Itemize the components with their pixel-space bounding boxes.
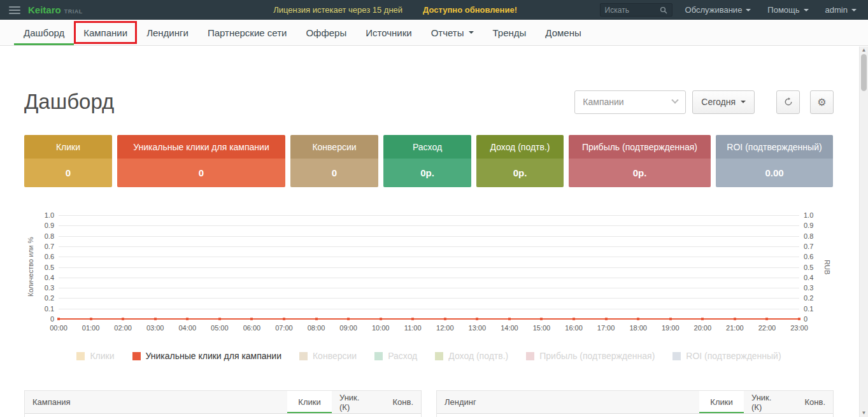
date-range-label: Сегодня: [701, 97, 736, 107]
menu-maintenance[interactable]: Обслуживание: [685, 5, 751, 15]
nav-item-6[interactable]: Источники: [356, 20, 421, 45]
hamburger-menu-icon[interactable]: [9, 6, 20, 14]
legend-swatch: [299, 352, 308, 360]
nav-item-3[interactable]: Лендинги: [137, 20, 198, 45]
chart-y-tick: 0.6: [45, 253, 54, 260]
chart-y-tick: 0: [50, 315, 54, 323]
content: Дашборд Кампании Сегодня ⚙ Клики0Уникаль…: [0, 88, 868, 417]
search-box[interactable]: [600, 3, 672, 17]
chart-y-tick: 0.4: [45, 274, 54, 281]
nav-item-8[interactable]: Тренды: [483, 20, 536, 45]
menu-maintenance-label: Обслуживание: [685, 5, 743, 15]
chart-y-tick: 0.5: [45, 264, 54, 271]
metric-card-value: 0р.: [569, 159, 711, 187]
legend-item-6[interactable]: Прибыль (подтвержденная): [526, 351, 655, 361]
metric-card-5: Доход (подтв.)0р.: [476, 135, 564, 187]
chart-y-tick: 0.9: [804, 222, 813, 229]
metric-card-label: Конверсии: [290, 135, 378, 159]
scroll-up-arrow[interactable]: ▲: [860, 47, 868, 53]
chart-y-tick: 0.9: [45, 222, 54, 229]
nav-item-7[interactable]: Отчеты: [422, 20, 483, 45]
legend-item-3[interactable]: Конверсии: [299, 351, 357, 361]
chart-y-tick: 0.4: [804, 274, 813, 281]
column-header[interactable]: Клики: [699, 391, 744, 413]
legend-swatch: [435, 352, 443, 360]
refresh-icon: [784, 97, 793, 106]
chart-y-tick: 0.7: [804, 243, 813, 250]
search-input[interactable]: [605, 6, 660, 15]
menu-user-label: admin: [825, 5, 848, 15]
table-body: [25, 414, 421, 417]
legend-label: Уникальные клики для кампании: [146, 351, 281, 361]
refresh-button[interactable]: [776, 90, 800, 114]
column-header[interactable]: Кампания: [25, 391, 287, 413]
chart-y-tick: 0.2: [45, 294, 54, 302]
legend-label: Клики: [90, 351, 114, 361]
legend-item-1[interactable]: Клики: [76, 351, 114, 361]
column-header[interactable]: Клики: [287, 391, 332, 413]
menu-help-label: Помощь: [767, 5, 799, 15]
license-warning[interactable]: Лицензия истекает через 15 дней: [273, 5, 402, 15]
legend-item-4[interactable]: Расход: [374, 351, 417, 361]
column-header[interactable]: Лендинг: [437, 391, 699, 413]
chart-x-tick: 06:00: [243, 324, 261, 332]
summary-table-1: КампанияКликиУник. (К)Конв.: [24, 390, 422, 417]
brand[interactable]: Keitaro TRIAL: [28, 4, 83, 15]
chart-y-tick: 0.2: [804, 294, 813, 302]
gear-icon: ⚙: [817, 96, 826, 108]
column-header[interactable]: Конв.: [376, 391, 421, 413]
legend-label: Доход (подтв.): [448, 351, 508, 361]
chart-y-tick: 0.1: [804, 305, 813, 313]
nav-item-label: Отчеты: [431, 27, 464, 38]
update-notice[interactable]: Доступно обновление!: [423, 5, 517, 15]
nav-item-9[interactable]: Домены: [536, 20, 590, 45]
scroll-thumb[interactable]: [861, 54, 867, 91]
chart-x-tick: 07:00: [275, 324, 293, 332]
grouping-select[interactable]: Кампании: [574, 90, 686, 114]
table-header-row: ЛендингКликиУник. (К)Конв.: [437, 391, 833, 414]
chart-y-tick: 0.7: [45, 243, 54, 250]
topbar: Keitaro TRIAL Лицензия истекает через 15…: [0, 0, 868, 20]
metric-card-label: ROI (подтвержденный): [716, 135, 833, 159]
chart-x-tick: 09:00: [339, 324, 357, 332]
nav-item-4[interactable]: Партнерские сети: [198, 20, 297, 45]
nav-item-5[interactable]: Офферы: [296, 20, 356, 45]
chevron-down-icon: [804, 9, 809, 11]
menu-help[interactable]: Помощь: [767, 5, 808, 15]
chart-legend: КликиУникальные клики для кампанииКонвер…: [24, 351, 834, 361]
legend-label: ROI (подтвержденный): [686, 351, 781, 361]
chart-y-tick: 0.6: [804, 253, 813, 260]
date-range-button[interactable]: Сегодня: [692, 90, 755, 114]
legend-item-5[interactable]: Доход (подтв.): [435, 351, 508, 361]
summary-tables: КампанияКликиУник. (К)Конв.ЛендингКликиУ…: [24, 390, 834, 417]
legend-item-7[interactable]: ROI (подтвержденный): [672, 351, 781, 361]
chart-x-labels: 00:0001:0002:0003:0004:0005:0006:0007:00…: [59, 319, 799, 334]
nav-item-2[interactable]: Кампании: [74, 21, 137, 44]
chart: Количество или % 1.00.90.80.70.60.50.40.…: [24, 215, 834, 334]
chart-gridline: [59, 267, 799, 268]
nav-item-label: Дашборд: [24, 27, 64, 38]
chart-x-tick: 21:00: [726, 324, 744, 332]
table-body: [437, 414, 833, 417]
chart-x-tick: 16:00: [565, 324, 583, 332]
legend-item-2[interactable]: Уникальные клики для кампании: [132, 351, 281, 361]
chart-x-tick: 10:00: [372, 324, 390, 332]
nav-item-label: Кампании: [83, 27, 127, 38]
nav-item-label: Источники: [366, 27, 411, 38]
scroll-down-arrow[interactable]: ▼: [860, 410, 868, 416]
menu-user[interactable]: admin: [825, 5, 857, 15]
chart-x-tick: 12:00: [436, 324, 454, 332]
chart-x-tick: 03:00: [146, 324, 164, 332]
column-header[interactable]: Конв.: [788, 391, 833, 413]
chart-x-tick: 01:00: [82, 324, 100, 332]
topbar-menu: Обслуживание Помощь admin: [685, 5, 857, 15]
metric-card-value: 0: [290, 159, 378, 187]
nav-item-1[interactable]: Дашборд: [14, 20, 74, 45]
keitaro-logo: Keitaro: [28, 4, 61, 15]
summary-table-2: ЛендингКликиУник. (К)Конв.: [436, 390, 834, 417]
scrollbar[interactable]: ▲ ▼: [859, 46, 868, 417]
settings-button[interactable]: ⚙: [810, 90, 834, 114]
column-header[interactable]: Уник. (К): [332, 391, 376, 413]
chart-y-tick: 0.3: [804, 284, 813, 292]
column-header[interactable]: Уник. (К): [744, 391, 788, 413]
